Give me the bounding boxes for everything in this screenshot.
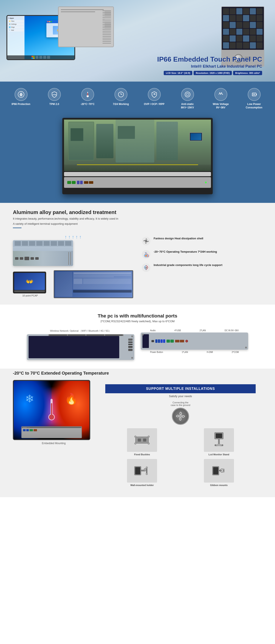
feature-label-working: 7/24 Working	[113, 102, 129, 106]
lan2-label: 1*LAN	[182, 351, 188, 353]
audio-port	[151, 340, 154, 342]
hero-section: 🌤️ ≡ Apps 📁 Files ⚙️ Settings 🌐 Edge 📧 M…	[0, 0, 275, 82]
arrow-up-4: ↑	[76, 235, 78, 239]
cooling-arrows: ↑ ↑ ↑ ↑ ↑	[13, 235, 133, 239]
desktop-window	[73, 272, 132, 289]
factory-screen-frame	[62, 118, 213, 194]
feature-tpm: TPM TPM 2.0	[38, 88, 71, 106]
svg-rect-10	[253, 94, 253, 95]
screw-corner	[131, 336, 133, 337]
cooling-port-serial	[25, 257, 29, 260]
mount-center: Connecting the case to the ground	[105, 401, 256, 425]
feature-ip66: IP66 Protection	[4, 88, 38, 106]
touch-hands-icon: 👐	[26, 278, 34, 285]
feature-label-antistatic: Anti-static8KV~15KV	[181, 102, 194, 109]
svg-point-38	[146, 467, 148, 468]
pcap-screen: 👐	[14, 273, 45, 290]
mount-item-buckles: Fixed Buckles	[105, 428, 179, 456]
feature-lowpower: Low PowerConsumption	[237, 88, 271, 109]
ports-diagrams: Wireless Network: Optional （WIFI / Bluet…	[13, 329, 262, 360]
pcap-stand	[14, 290, 45, 292]
feature-icon-ip66	[15, 88, 28, 101]
mount-label-gibbon: Gibbon mounts	[182, 484, 256, 486]
features-grid: IP66 Protection TPM TPM 2.0 -20°C~70°C 7…	[4, 88, 271, 109]
ports-title: The pc is with multifunctional ports	[13, 313, 262, 319]
mount-section: SUPPORT MULTIPLE INSTALLATIONS Satisfy y…	[99, 380, 262, 491]
usb-2	[158, 340, 160, 343]
touch-label: 10 point PCAP	[13, 294, 47, 297]
cooling-body	[13, 251, 73, 266]
power-led	[205, 182, 207, 183]
temp-section-title: -20°C to 70°C Extended Operating Tempera…	[13, 371, 262, 376]
svg-point-44	[221, 470, 223, 471]
serial-ports	[175, 340, 184, 342]
cooling-unit	[13, 240, 73, 266]
usb-port-1	[77, 181, 80, 184]
hero-title: IP66 Embedded Touch Panel PC	[157, 55, 262, 63]
thermometer-icon	[45, 397, 58, 423]
feature-antistatic: Anti-static8KV~15KV	[171, 88, 204, 109]
arrow-up-1: ↑	[65, 235, 67, 239]
aluminum-desc1: It integrates beauty, performance,techno…	[13, 216, 262, 221]
fanless-text: Fanless design Heat dissipation shell	[154, 237, 203, 240]
usb-ports	[155, 340, 165, 343]
lan-label: 2*LAN	[200, 329, 206, 332]
badge-lcd: LCD Size: 18.5" (16:9)	[164, 71, 192, 75]
mount-item-stand: Lcd Monitor Stand	[182, 428, 256, 456]
temp-device	[21, 426, 82, 438]
fanless-title: Fanless design Heat dissipation shell	[154, 237, 203, 240]
temp-left-container: ❄ 🔥	[13, 380, 95, 445]
touch-device: 👐 10 point PCAP	[13, 272, 47, 297]
svg-rect-41	[213, 467, 218, 474]
feature-icon-lowpower	[248, 88, 260, 101]
temp-visual: ❄ 🔥	[13, 380, 90, 440]
feature-icon-antistatic	[181, 88, 194, 101]
cooling-port-eth2	[20, 257, 23, 260]
feature-icon-voltage	[214, 88, 227, 101]
svg-point-32	[216, 444, 222, 446]
com-2	[180, 340, 184, 342]
badge-brightness: Brightness: 300 cd/m²	[233, 71, 262, 75]
feature-icon-ovp	[148, 88, 161, 101]
bottom-port-labels: Power Button 1*LAN H-DMI 2*COM	[141, 351, 248, 353]
desktop-content	[73, 272, 132, 297]
hero-badges: LCD Size: 18.5" (16:9) Resolution: 1920 …	[157, 71, 262, 75]
vent-strip	[68, 252, 69, 265]
aluminum-desc2: A variety of intelligent terminal suppor…	[13, 222, 262, 226]
cooling-port-eth	[15, 257, 19, 260]
feature-row-optemp: -20~70°C Operating Temperature 7*24H wor…	[142, 250, 262, 259]
touch-screen-desktop	[54, 271, 133, 298]
svg-point-39	[146, 473, 148, 475]
aluminum-section: Aluminum alloy panel, anodized treatment…	[0, 203, 275, 304]
mount-img-buckles	[127, 428, 157, 452]
svg-text:TPM: TPM	[52, 94, 56, 96]
port-group-left	[67, 181, 76, 184]
aluminum-title: Aluminum alloy panel, anodized treatment	[13, 209, 262, 215]
embedded-mounting-label: Embedded Mounting	[13, 442, 95, 445]
factory-screen-inner	[64, 120, 211, 171]
ports-diagram-left: Wireless Network: Optional （WIFI / Bluet…	[27, 329, 134, 360]
port-row	[151, 340, 246, 343]
mount-header: SUPPORT MULTIPLE INSTALLATIONS	[105, 384, 256, 393]
aluminum-underline	[13, 228, 22, 228]
flame-icon: 🔥	[65, 393, 78, 405]
touch-section: 👐 10 point PCAP	[13, 270, 133, 298]
svg-rect-22	[138, 438, 141, 442]
page: 🌤️ ≡ Apps 📁 Files ⚙️ Settings 🌐 Edge 📧 M…	[0, 0, 275, 497]
usb-label: 4*USB	[174, 329, 181, 332]
arrow-up-3: ↑	[72, 235, 74, 239]
svg-rect-34	[135, 467, 140, 474]
feature-label-ovp: OVP / OCP / RPP	[144, 102, 165, 106]
ports-section: The pc is with multifunctional ports 2*C…	[0, 304, 275, 368]
industrial-title: Industrial grade components long life cy…	[154, 264, 222, 266]
usb-4	[163, 340, 165, 343]
right-device-diagram	[141, 332, 248, 350]
feature-ovp: OVP / OCP / RPP	[138, 88, 171, 106]
com-1	[175, 340, 179, 342]
feature-icon-temp	[81, 88, 94, 101]
arrow-up-2: ↑	[68, 235, 71, 239]
dcin-label: DC IN 9V~36V	[224, 329, 239, 332]
optemp-title: -20~70°C Operating Temperature 7*24H wor…	[154, 250, 217, 253]
hero-subtitle: Intel® Elkhart Lake Industrial Panel PC	[157, 64, 262, 69]
industrial-text: Industrial grade components long life cy…	[154, 264, 222, 266]
